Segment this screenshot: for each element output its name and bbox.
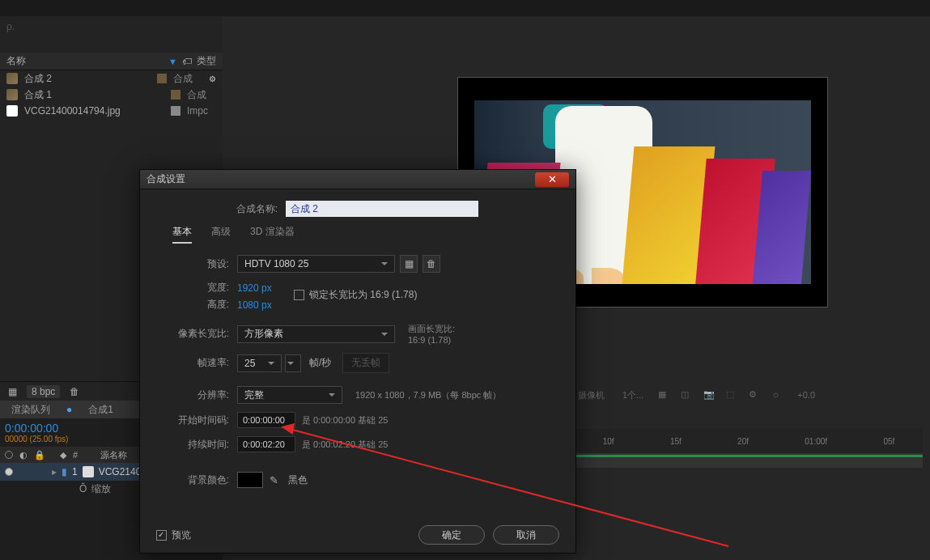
tab-3d-renderer[interactable]: 3D 渲染器 [250,225,295,244]
comp-name-label: 合成名称: [156,202,286,216]
lock-column-icon[interactable]: 🔒 [34,450,45,460]
flowchart-icon[interactable]: ⚙ [209,74,216,83]
layer-index: 1 [72,466,78,477]
app-topbar [0,0,930,16]
layer-name: VCG2140 [99,466,142,477]
tag-icon[interactable]: 🏷 [182,56,192,67]
index-column: # [73,450,78,460]
preview-checkbox[interactable] [156,530,167,541]
delete-preset-button[interactable]: 🗑 [423,255,440,273]
tab-basic[interactable]: 基本 [172,225,192,244]
comp-tab[interactable]: 合成1 [88,403,113,417]
fps-unit: 帧/秒 [309,356,331,370]
eye-column-icon[interactable] [5,451,13,459]
layer-bar[interactable] [575,455,923,457]
fps-label: 帧速率: [156,356,237,370]
ok-button[interactable]: 确定 [418,525,485,545]
ruler-tick: 01:00f [805,437,827,446]
project-item[interactable]: 合成 2 合成 ⚙ [0,70,223,87]
column-name[interactable]: 名称 [6,54,168,68]
duration-base-text: 是 0:00:02:20 基础 25 [302,439,388,451]
project-columns-header: 名称 ▼ 🏷 类型 [0,53,223,70]
sort-arrow-icon[interactable]: ▼ [168,57,177,66]
viewer-toolbar: 摄像机 1个... ▦ ◫ 📷 ⬚ ⚙ ☼ +0.0 [575,386,923,404]
exposure-icon[interactable]: ☼ [771,389,783,401]
save-preset-button[interactable]: ▦ [400,255,418,273]
eyedropper-icon[interactable]: ✎ [270,474,278,486]
ruler-tick: 10f [603,437,614,446]
bgcolor-swatch[interactable] [237,472,263,488]
asset-type: 合成 [173,72,202,86]
stopwatch-icon[interactable]: Ŏ [79,483,87,494]
tab-indicator-icon: ● [66,404,72,415]
exposure-value[interactable]: +0.0 [794,389,818,401]
bgcolor-label: 背景颜色: [156,473,237,487]
height-label: 高度: [156,298,237,312]
asset-type: Impc [187,105,216,117]
asset-type: 合成 [187,88,216,102]
toggle-mask-icon[interactable]: ◫ [681,389,692,401]
label-column-icon[interactable]: ◆ [60,450,66,460]
dropframe-select[interactable]: 无丢帧 [342,353,389,373]
ruler-tick: 05f [883,437,894,446]
project-item[interactable]: VCG21400014794.jpg Impc [0,103,223,119]
par-label: 像素长宽比: [156,327,237,341]
asset-name: 合成 1 [24,88,52,102]
ruler-tick: 15f [670,437,682,446]
current-timecode[interactable]: 0:00:00:00 [5,422,68,435]
project-search[interactable]: ρ. [0,16,223,53]
snapshot-icon[interactable]: 📷 [703,389,715,401]
tab-advanced[interactable]: 高级 [211,225,231,244]
layer-thumb-icon [83,466,94,477]
composition-settings-dialog: 合成设置 ✕ 合成名称: 基本 高级 3D 渲染器 预设: HDTV 1080 … [139,169,576,554]
timeline-ruler[interactable]: 10f 15f 20f 01:00f 05f [575,429,923,453]
region-icon[interactable]: ⬚ [726,389,737,401]
cancel-button[interactable]: 取消 [493,525,559,545]
bpc-badge[interactable]: 8 bpc [27,385,60,398]
timecode-sub: 00000 (25.00 fps) [5,435,68,443]
timeline-track[interactable] [575,453,923,468]
par-select[interactable]: 方形像素 [237,325,395,343]
duration-input[interactable] [237,436,295,452]
ruler-tick: 20f [737,437,749,446]
width-value[interactable]: 1920 px [237,282,272,294]
resolution-select[interactable]: 完整 [237,386,342,404]
preset-select[interactable]: HDTV 1080 25 [237,255,395,273]
asset-name: VCG21400014794.jpg [24,105,121,117]
camera-dropdown[interactable]: 摄像机 [575,388,608,402]
transform-property[interactable]: 缩放 [91,482,111,496]
type-swatch-icon [171,90,180,100]
bgcolor-name: 黑色 [288,473,308,487]
dialog-title: 合成设置 [147,172,185,186]
resolution-info: 1920 x 1080，7.9 MB（每 8bpc 帧） [355,389,501,401]
interpret-icon[interactable]: ▦ [8,386,17,397]
preset-label: 预设: [156,257,237,271]
views-dropdown[interactable]: 1个... [619,388,647,402]
start-base-text: 是 0:00:00:00 基础 25 [302,414,388,426]
project-item[interactable]: 合成 1 合成 [0,87,223,103]
preview-label: 预览 [172,528,191,542]
toggle-transparency-icon[interactable]: ▦ [658,389,669,401]
lock-aspect-label: 锁定长宽比为 16:9 (1.78) [309,288,417,302]
width-label: 宽度: [156,281,237,295]
fps-dropdown-button[interactable] [285,354,301,372]
lock-aspect-checkbox[interactable] [294,290,304,300]
source-column: 源名称 [100,449,127,461]
close-button[interactable]: ✕ [535,172,569,187]
frame-aspect-label: 画面长宽比: [408,323,455,335]
type-swatch-icon [171,106,180,116]
render-queue-tab[interactable]: 渲染队列 [11,403,50,417]
solo-column-icon[interactable]: ◐ [19,450,28,460]
eye-icon[interactable] [5,468,13,476]
trash-icon[interactable]: 🗑 [70,386,79,397]
comp-icon [6,73,18,84]
start-timecode-label: 开始时间码: [156,414,237,427]
fps-select[interactable]: 25 [237,354,282,372]
comp-name-input[interactable] [286,201,478,217]
flow-icon[interactable]: ⚙ [749,389,760,401]
image-icon [6,105,18,117]
resolution-label: 分辨率: [156,388,237,402]
asset-name: 合成 2 [24,72,52,86]
column-type[interactable]: 类型 [197,54,216,68]
height-value[interactable]: 1080 px [237,299,272,311]
